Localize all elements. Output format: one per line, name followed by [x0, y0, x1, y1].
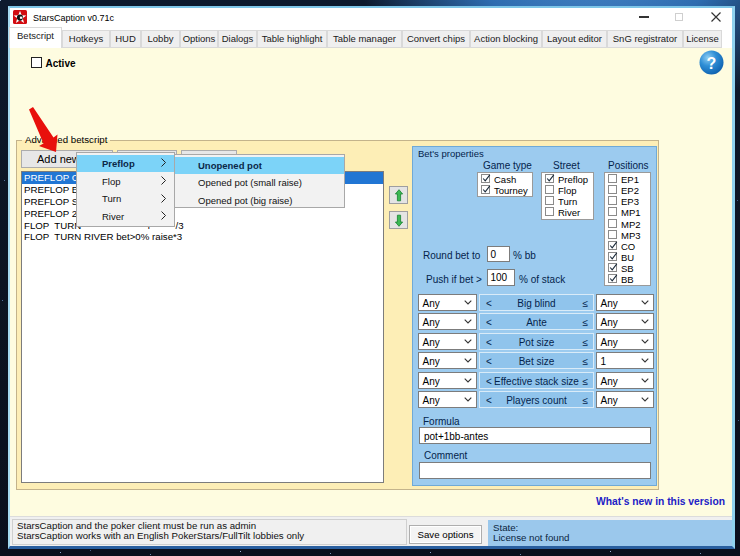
svg-text:?: ? [707, 55, 717, 72]
